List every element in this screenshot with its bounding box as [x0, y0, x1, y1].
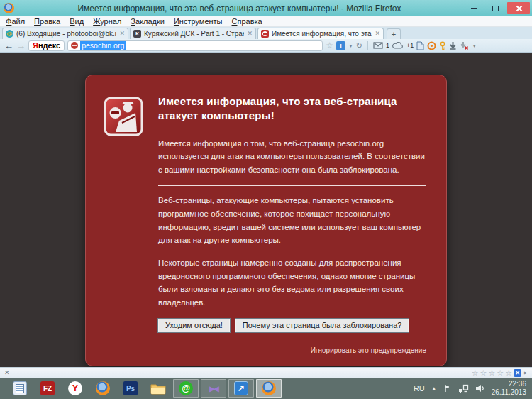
addon-bar: ✕ ☆ ☆ ☆ ☆ ☆ ✕ ▼	[0, 367, 532, 378]
taskbar-clock[interactable]: 22:36 26.11.2013	[492, 380, 529, 398]
url-text-selected[interactable]: pesochin.org	[80, 41, 126, 50]
divider	[158, 185, 426, 186]
tab-close-icon[interactable]: ✕	[247, 31, 253, 37]
tab-forum-page[interactable]: К Куряжский ДСК - Part 1 - Страница ... …	[130, 28, 256, 39]
action-center-flag-icon[interactable]	[443, 384, 452, 393]
taskbar-item-explorer[interactable]	[145, 379, 171, 398]
tab-label: Имеется информация, что эта веб-...	[272, 30, 372, 38]
hidden-icons-chevron[interactable]: ▲	[431, 386, 437, 392]
forum-icon: К	[133, 30, 141, 38]
tab-bar: @ (6) Входящие - photooboi@bk.ru - П... …	[0, 27, 532, 39]
tab-attack-warning[interactable]: Имеется информация, что эта веб-... ✕	[257, 28, 384, 39]
firefox-window: Имеется информация, что эта веб-страница…	[0, 0, 532, 399]
taskbar-item-yandex-browser[interactable]: Y	[62, 379, 88, 398]
menu-item-help[interactable]: Справка	[232, 17, 262, 26]
get-me-out-button[interactable]: Уходим отсюда!	[158, 319, 230, 332]
rating-star-icon[interactable]: ☆	[505, 369, 512, 377]
cloud-icon[interactable]	[392, 42, 404, 49]
taskbar: FZ Y Ps @ ▶◀ ↗ RU ▲ 22:36 26.11.2013	[0, 378, 532, 399]
key-login-icon[interactable]	[439, 41, 446, 50]
firefox-icon	[96, 381, 110, 395]
window-controls	[465, 2, 530, 14]
browser-viewport: Имеется информация, что эта веб-страница…	[0, 53, 532, 367]
language-indicator[interactable]: RU	[414, 384, 425, 393]
taskbar-item-mailru-agent[interactable]: @	[173, 379, 199, 398]
clock-time: 22:36	[509, 380, 526, 388]
yandex-elements-icon[interactable]: i	[336, 41, 345, 50]
menu-item-history[interactable]: Журнал	[93, 17, 121, 26]
addon-bar-widgets: ☆ ☆ ☆ ☆ ☆ ✕ ▼	[472, 369, 528, 377]
chevron-down-icon[interactable]: ▼	[348, 43, 353, 48]
toolbar-overflow-icon[interactable]: ▼	[472, 43, 477, 48]
warning-explain-paragraph-2: Некоторые страницы намеренно созданы для…	[158, 256, 426, 310]
forward-button[interactable]: →	[16, 41, 26, 50]
minimize-button[interactable]	[465, 2, 483, 14]
taskbar-item-blue-arrow-app[interactable]: ↗	[228, 379, 254, 398]
warning-title: Имеется информация, что эта веб-страница…	[158, 94, 426, 124]
bookmark-star-icon[interactable]: ☆	[326, 40, 333, 50]
clock-date: 26.11.2013	[492, 388, 526, 396]
location-bar[interactable]: pesochin.org	[67, 40, 323, 51]
yandex-logo: Яндекс	[33, 42, 60, 50]
addon-bar-close-icon[interactable]: ✕	[4, 370, 10, 376]
blue-arrow-icon: ↗	[234, 381, 248, 395]
rating-star-icon[interactable]: ☆	[480, 369, 487, 377]
mailru-agent-icon: @	[179, 381, 193, 395]
window-title: Имеется информация, что эта веб-страница…	[14, 4, 465, 13]
taskbar-item-firefox-pinned[interactable]	[90, 379, 116, 398]
reload-icon[interactable]: ↻	[356, 42, 362, 50]
page-translate-icon[interactable]	[416, 41, 424, 50]
menu-item-bookmarks[interactable]: Закладки	[131, 17, 165, 26]
calculator-icon	[13, 381, 27, 395]
taskbar-item-purple-butterfly-app[interactable]: ▶◀	[201, 379, 226, 398]
why-blocked-button[interactable]: Почему эта страница была заблокирована?	[235, 319, 409, 332]
firefox-icon	[4, 3, 14, 13]
folder-icon	[150, 383, 166, 395]
rating-star-icon[interactable]: ☆	[497, 369, 504, 377]
menu-item-file[interactable]: Файл	[6, 17, 25, 26]
restore-icon	[492, 6, 499, 11]
tab-mail-inbox[interactable]: @ (6) Входящие - photooboi@bk.ru - П... …	[2, 28, 128, 39]
taskbar-item-firefox-active[interactable]	[256, 379, 282, 398]
tab-label: Куряжский ДСК - Part 1 - Страница ...	[144, 30, 244, 38]
toolbar-separator	[367, 41, 368, 50]
tab-close-icon[interactable]: ✕	[375, 31, 380, 37]
cloud-badge: +1	[406, 42, 414, 49]
speed-dial-icon[interactable]	[427, 41, 436, 50]
restore-button[interactable]	[486, 2, 504, 14]
rating-star-icon[interactable]: ☆	[472, 369, 479, 377]
menu-bar: Файл Правка Вид Журнал Закладки Инструме…	[0, 16, 532, 27]
ignore-warning-link[interactable]: Игнорировать это предупреждение	[311, 346, 426, 354]
minimize-icon	[471, 8, 477, 9]
firefox-icon	[262, 381, 276, 395]
menu-item-view[interactable]: Вид	[70, 17, 84, 26]
taskbar-item-calculator[interactable]	[7, 379, 33, 398]
mail-count-badge: 1	[386, 42, 389, 49]
menu-item-edit[interactable]: Правка	[34, 17, 60, 26]
download-disabled-icon[interactable]	[460, 41, 469, 50]
new-tab-button[interactable]: +	[387, 28, 401, 39]
ignore-warning-row: Игнорировать это предупреждение	[158, 343, 426, 356]
speaker-icon[interactable]	[475, 384, 485, 393]
rating-addon-icon[interactable]: ✕	[514, 369, 521, 377]
mail-icon[interactable]	[373, 42, 383, 49]
warning-blocked-paragraph: Имеется информация о том, что веб-страни…	[158, 137, 426, 177]
title-bar: Имеется информация, что эта веб-страница…	[0, 0, 532, 16]
system-tray: RU ▲ 22:36 26.11.2013	[414, 380, 529, 398]
close-button[interactable]	[507, 2, 530, 14]
back-button[interactable]: ←	[4, 41, 13, 50]
attack-warning-icon	[261, 30, 269, 38]
rating-star-icon[interactable]: ☆	[488, 369, 495, 377]
chevron-right-icon[interactable]: ▼	[523, 371, 528, 376]
filezilla-icon: FZ	[40, 381, 55, 395]
site-favicon	[71, 42, 78, 49]
taskbar-item-photoshop[interactable]: Ps	[118, 379, 143, 398]
network-icon[interactable]	[458, 384, 469, 393]
butterfly-icon: ▶◀	[206, 381, 221, 395]
tab-close-icon[interactable]: ✕	[119, 31, 125, 37]
close-icon	[516, 5, 522, 11]
yandex-search-box[interactable]: Яндекс	[28, 40, 65, 51]
taskbar-item-filezilla[interactable]: FZ	[35, 379, 60, 398]
menu-item-tools[interactable]: Инструменты	[174, 17, 223, 26]
download-arrow-icon[interactable]	[449, 41, 457, 50]
